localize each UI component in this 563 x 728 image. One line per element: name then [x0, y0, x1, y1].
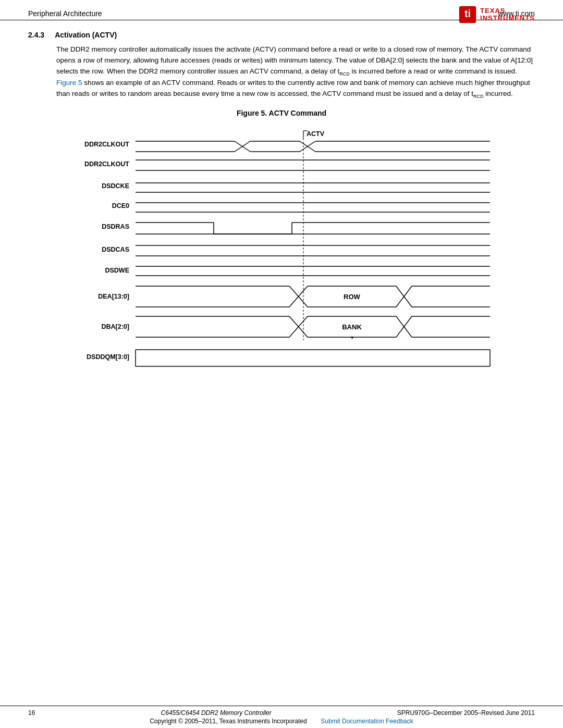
- section-number: 2.4.3: [28, 31, 44, 39]
- header-left: Peripheral Architecture: [28, 9, 102, 18]
- timing-diagram: DDR2CLKOUT DDR2CLKOUT DSDCKE DCE0 DSDRAS…: [63, 127, 500, 382]
- figure-container: Figure 5. ACTV Command DDR2CLKOUT DDR2CL…: [28, 109, 535, 382]
- footer-doc-left: C6455/C6454 DDR2 Memory Controller: [161, 709, 272, 717]
- footer-row2: Copyright © 2005–2011, Texas Instruments…: [28, 718, 535, 725]
- figure5-link[interactable]: Figure 5: [56, 79, 82, 87]
- submit-feedback-link[interactable]: Submit Documentation Feedback: [321, 718, 413, 725]
- svg-text:DEA[13:0]: DEA[13:0]: [98, 293, 129, 300]
- ti-logo: ti TEXAS INSTRUMENTS: [458, 5, 535, 24]
- ti-logo-line2: INSTRUMENTS: [480, 15, 535, 22]
- svg-text:DCE0: DCE0: [112, 202, 129, 209]
- svg-text:▾: ▾: [351, 335, 353, 340]
- body-text: The DDR2 memory controller automatically…: [56, 44, 535, 101]
- svg-text:DSDWE: DSDWE: [105, 267, 129, 274]
- svg-text:DSDRAS: DSDRAS: [102, 223, 129, 230]
- svg-text:DSDCKE: DSDCKE: [102, 182, 129, 190]
- body-text-p1: The DDR2 memory controller automatically…: [56, 45, 533, 97]
- svg-text:BANK: BANK: [342, 323, 362, 331]
- svg-text:DDR2CLKOUT: DDR2CLKOUT: [84, 141, 129, 148]
- footer-doc-right: SPRU970G–December 2005–Revised June 2011: [397, 709, 535, 717]
- ti-logo-line1: TEXAS: [480, 7, 535, 15]
- page-footer: 16 C6455/C6454 DDR2 Memory Controller SP…: [0, 706, 563, 728]
- ti-logo-icon: ti: [458, 5, 477, 24]
- ti-logo-text: TEXAS INSTRUMENTS: [480, 7, 535, 22]
- svg-text:DSDDQM[3:0]: DSDDQM[3:0]: [87, 353, 129, 361]
- figure-title: Figure 5. ACTV Command: [237, 109, 326, 117]
- page-content: 2.4.3 Activation (ACTV) The DDR2 memory …: [0, 20, 563, 382]
- section-heading: 2.4.3 Activation (ACTV): [28, 31, 535, 39]
- svg-text:DSDCAS: DSDCAS: [102, 246, 129, 253]
- section-title: Activation (ACTV): [55, 31, 117, 39]
- svg-text:ti: ti: [464, 8, 471, 19]
- footer-row1: 16 C6455/C6454 DDR2 Memory Controller SP…: [28, 709, 535, 717]
- footer-copyright: Copyright © 2005–2011, Texas Instruments…: [150, 718, 307, 725]
- svg-text:ACTV: ACTV: [307, 130, 325, 138]
- svg-text:DBA[2:0]: DBA[2:0]: [102, 323, 129, 330]
- footer-page-number: 16: [28, 709, 35, 717]
- svg-text:DDR2CLKOUT: DDR2CLKOUT: [84, 161, 129, 168]
- svg-text:ROW: ROW: [344, 293, 361, 301]
